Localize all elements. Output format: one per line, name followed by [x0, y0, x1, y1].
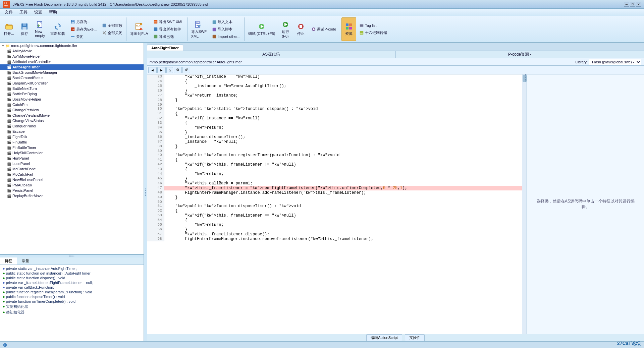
all-reset-button[interactable]: 全部重数	[100, 22, 125, 29]
props-row[interactable]: public function registerTimer(param1:Fun…	[1, 290, 142, 294]
open-button[interactable]: 打开...	[1, 17, 16, 41]
minimize-button[interactable]: ─	[624, 2, 629, 7]
props-row[interactable]: public static function dispose() : void	[1, 276, 142, 280]
line-number: 43	[147, 167, 164, 172]
tree-item-label: PMAutoTalk	[12, 183, 32, 187]
tree-item[interactable]: 🎬 BattleNextTurn	[0, 86, 144, 91]
save-as-button[interactable]: 另存为...	[68, 18, 99, 25]
tree-item[interactable]: 🎬 FinBattleTimer	[0, 145, 144, 150]
tree-item[interactable]: 🎬 BattlePmDying	[0, 91, 144, 97]
vertical-splitter[interactable]	[144, 43, 147, 341]
props-row[interactable]: private function onTimerCompleted() : vo…	[1, 299, 142, 304]
line-number: 33	[147, 121, 164, 125]
library-dropdown[interactable]: Flash (playerglobal.swc) -	[589, 59, 641, 65]
tree-item[interactable]: 🎬 Escape	[0, 129, 144, 134]
tree-item[interactable]: 🎬 AoYiMovieHelper	[0, 54, 144, 59]
code-home-button[interactable]: ⌂	[166, 67, 173, 73]
code-forward-button[interactable]: ►	[157, 67, 166, 73]
tag-list-button[interactable]: Tag list	[357, 22, 389, 29]
tree-item[interactable]: 🎬 AttributeLevelController	[0, 59, 144, 64]
export-fla-button[interactable]: FLA 导出到FLA	[128, 17, 150, 41]
tree-item[interactable]: 🎬 ConquerPanel	[0, 123, 144, 129]
props-row[interactable]: 类初始化器	[1, 309, 142, 315]
tree-item[interactable]: 🎬 BossMovieHelper	[0, 97, 144, 102]
code-search-button[interactable]: ⚙	[174, 67, 182, 73]
menu-settings[interactable]: 设置	[31, 9, 46, 16]
props-tab-constants[interactable]: 常量	[17, 257, 34, 265]
hex-dump-button[interactable]: HEX 十六进制转储	[357, 29, 389, 36]
p-code-message-text: 选择类，然后在AS源代码中单击一个特征以对其进行编辑。	[534, 198, 637, 210]
import-text-button[interactable]: 导入文本	[210, 18, 243, 25]
props-row[interactable]: private var _frameListener:FightFrameLis…	[1, 280, 142, 285]
code-toolbar: ◄ ► ⌂ ⚙ ↺	[147, 66, 644, 74]
debug-pcode-button[interactable]: 调试P-code	[309, 26, 338, 33]
tree-item-selected[interactable]: 🎬 AutoFightTimer	[0, 64, 144, 70]
import-script-button[interactable]: 导入脚本	[210, 26, 243, 33]
menu-tools[interactable]: 工具	[16, 9, 31, 16]
run-button[interactable]: 运行(F6)	[278, 17, 293, 41]
tree-item[interactable]: 🎬 FightTalk	[0, 134, 144, 139]
tree-item[interactable]: 🎬 ChangeViewEndMovie	[0, 113, 144, 118]
import-swf-xml-label: 导入SWFXML	[191, 29, 207, 38]
p-code-splitter[interactable]	[525, 74, 526, 81]
code-line: 49 }	[147, 195, 522, 200]
splitter-dot	[145, 192, 146, 193]
export-sel-button[interactable]: 导出已选	[151, 33, 185, 40]
experimental-button[interactable]: 实验性	[405, 334, 425, 341]
save-button[interactable]: 保存	[17, 17, 32, 41]
resource-button[interactable]: 资源	[341, 17, 356, 41]
tree-item[interactable]: 🎬 ChangeViewStatus	[0, 118, 144, 123]
export-swf-xml-label: 导出SWF XML	[159, 19, 183, 24]
tree-item[interactable]: 🎬 LosePanel	[0, 161, 144, 166]
code-tab-autofighttimer[interactable]: AutoFightTimer	[147, 45, 183, 51]
export-swf-xml-button[interactable]: XML 导出SWF XML	[151, 18, 185, 25]
right-scrollbar[interactable]	[522, 74, 527, 334]
import-swf-xml-button[interactable]: SWF XML 导入SWFXML	[189, 17, 209, 41]
code-back-button[interactable]: ◄	[148, 67, 157, 73]
tree-item[interactable]: 🎬 BargainSkillController	[0, 80, 144, 86]
props-row[interactable]: private static var _instance:AutoFightTi…	[1, 266, 142, 271]
all-close-button[interactable]: 全部关闭	[100, 30, 125, 37]
tree-item[interactable]: 🎬 CatchPm	[0, 102, 144, 107]
code-editor[interactable]: 23 "kw">if(_instance == "kw">null)24 {25…	[147, 74, 522, 334]
code-line: 53 "kw">if("kw">this._frameListener == "…	[147, 213, 522, 218]
debug-button[interactable]: 调试 (CTRL+F5)	[246, 17, 277, 41]
tree-item[interactable]: 🎬 BackGroundStatus	[0, 75, 144, 80]
tree-item-label: AoYiMovieHelper	[12, 54, 41, 58]
app-logo: FFdec	[3, 1, 10, 8]
tree-item[interactable]: 🎬 HolySkillController	[0, 150, 144, 156]
props-row[interactable]: public static function get instance() : …	[1, 271, 142, 276]
tree-item[interactable]: 🎬 PMAutoTalk	[0, 182, 144, 188]
export-all-ctrl-button[interactable]: 导出所有控件	[151, 26, 185, 33]
tree-root[interactable]: ▼ 📁 mmo.petfightnew.common.fightcontroll…	[0, 43, 144, 48]
menu-help[interactable]: 帮助	[46, 9, 60, 16]
tree-item[interactable]: 🎬 McCatchFail	[0, 172, 144, 177]
props-row[interactable]: private var callBack:Function;	[1, 285, 142, 290]
props-tabs: 特征 常量	[0, 257, 144, 265]
close-button-sm[interactable]: 关闭	[68, 33, 99, 40]
tree-item[interactable]: 🎬 ChangePetView	[0, 107, 144, 113]
menu-file[interactable]: 文件	[1, 9, 16, 16]
reload-button[interactable]: 重新加载	[48, 17, 67, 41]
code-refresh-button[interactable]: ↺	[182, 67, 190, 73]
new-empty-button[interactable]: Newempty	[33, 17, 47, 41]
tree-item[interactable]: 🎬 FinBattle	[0, 139, 144, 145]
tree-item[interactable]: 🎬 BackGroundMovieManager	[0, 70, 144, 75]
tree-item[interactable]: 🎬 AbilityMovie	[0, 48, 144, 54]
close-button[interactable]: ✕	[636, 2, 641, 7]
props-row[interactable]: 实例初始化器	[1, 304, 142, 309]
edit-actionscript-button[interactable]: 编辑ActionScript	[366, 334, 402, 341]
tree-item[interactable]: 🎬 ReplayBufferMovie	[0, 193, 144, 198]
tree-item[interactable]: 🎬 NewBleLosePanel	[0, 177, 144, 182]
import-other-button[interactable]: Import other...	[210, 33, 243, 40]
maximize-button[interactable]: □	[630, 2, 635, 7]
stop-button[interactable]: 停止	[293, 17, 308, 41]
save-exe-button[interactable]: EXE 另存为Exe...	[68, 26, 99, 33]
props-tab-features[interactable]: 特征	[0, 257, 17, 265]
tree-item[interactable]: 🎬 McCatchDone	[0, 166, 144, 172]
panel-resize-handle[interactable]: •••••	[0, 255, 144, 257]
tree-item[interactable]: 🎬 PersistPanel	[0, 188, 144, 193]
props-row[interactable]: public function disposeTimer() : void	[1, 294, 142, 299]
tree-item[interactable]: 🎬 HurtPanel	[0, 156, 144, 161]
file-tree[interactable]: ▼ 📁 mmo.petfightnew.common.fightcontroll…	[0, 43, 144, 255]
